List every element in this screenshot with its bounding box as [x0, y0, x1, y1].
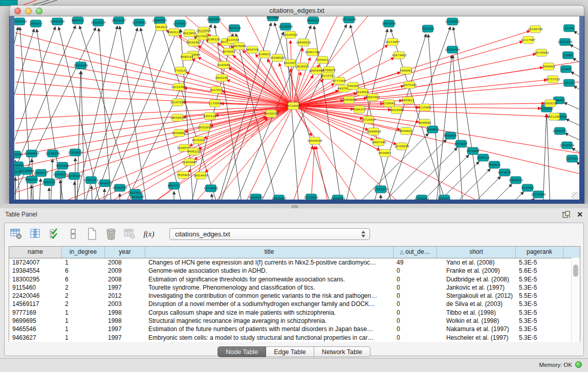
panel-splitter[interactable] [0, 204, 588, 208]
window-minimize-button[interactable] [25, 8, 32, 14]
table-row[interactable]: 1872400712008Changes of HCN gene express… [9, 258, 580, 267]
graph-node[interactable]: 16122 [564, 79, 575, 86]
graph-node[interactable]: 8905013 [26, 176, 38, 183]
graph-node[interactable]: 12217987 [521, 36, 536, 43]
graph-node[interactable]: 10435607 [272, 195, 287, 200]
graph-node[interactable]: 15155962 [304, 194, 318, 200]
delete-table-button[interactable] [123, 227, 137, 240]
graph-node[interactable]: 15692971 [553, 127, 568, 135]
network-window-titlebar[interactable]: citations_edges.txt [9, 5, 584, 16]
graph-node[interactable]: 12325419 [283, 31, 298, 38]
graph-node[interactable]: 746266 [347, 82, 359, 90]
graph-node[interactable]: 16033809 [207, 16, 222, 23]
graph-node[interactable]: 10807487 [365, 94, 380, 101]
graph-node[interactable]: 7857224 [228, 25, 241, 32]
graph-node[interactable]: 9699695 [419, 119, 431, 126]
graph-node[interactable]: 10688609 [366, 128, 381, 135]
table-row[interactable]: 911546021997Tourette syndrome. Phenomeno… [9, 283, 580, 292]
table-row[interactable]: 1830029562008Estimation of significance … [9, 275, 580, 283]
graph-node[interactable]: 17157276 [374, 186, 388, 193]
graph-node[interactable]: 8860128 [168, 29, 181, 36]
column-header-name[interactable]: name [9, 247, 62, 258]
delete-column-button[interactable] [104, 227, 118, 240]
network-canvas[interactable]: 2055374624055723069140694665111643822410… [14, 16, 579, 200]
graph-node[interactable]: 2803144 [215, 74, 228, 81]
graph-node[interactable]: 11548708 [528, 26, 543, 33]
graph-node[interactable]: 19659247 [130, 193, 145, 200]
graph-node[interactable]: 7463822 [155, 24, 168, 31]
graph-node[interactable]: 15720407 [361, 116, 376, 123]
graph-node[interactable]: 19218506 [278, 23, 293, 30]
graph-node[interactable]: 8454749 [246, 46, 259, 53]
graph-node[interactable]: 10958107 [98, 180, 113, 187]
graph-node[interactable]: 6216043 [383, 100, 396, 107]
graph-node[interactable]: 11903948 [182, 159, 197, 166]
graph-node[interactable]: 1640954 [426, 126, 439, 133]
select-all-button[interactable] [48, 227, 61, 240]
graph-node[interactable]: 2718126 [175, 67, 187, 74]
graph-node[interactable]: 9463627 [402, 97, 415, 104]
graph-node[interactable]: 9245652 [521, 184, 534, 191]
graph-node[interactable]: 18757515 [546, 76, 560, 83]
graph-node[interactable]: 7986372 [353, 106, 366, 113]
table-row[interactable]: 946554611997Estimation of the future num… [9, 325, 580, 333]
graph-node[interactable]: 17359928 [68, 149, 83, 156]
graph-node[interactable]: 15588520 [270, 54, 285, 61]
scrollbar-thumb[interactable] [573, 265, 578, 277]
graph-node[interactable]: 15751074 [558, 38, 573, 46]
graph-node[interactable]: 16671585 [382, 20, 397, 27]
graph-node[interactable]: 18807249 [372, 139, 386, 146]
graph-node[interactable]: 9634067 [379, 149, 391, 157]
graph-node[interactable]: 18640910 [296, 39, 311, 46]
graph-node[interactable]: 16438224 [91, 19, 106, 26]
graph-node[interactable]: 19904448 [309, 67, 324, 74]
graph-node[interactable]: 17343 [561, 65, 572, 73]
graph-node[interactable]: 10025488 [389, 106, 404, 114]
graph-node[interactable]: 7485063 [400, 67, 412, 74]
tab-edge-table[interactable]: Edge Table [266, 346, 314, 357]
graph-node[interactable]: 10756928 [395, 143, 409, 150]
table-selector-dropdown[interactable]: citations_edges.txt [169, 228, 370, 240]
graph-node[interactable]: 2405572 [30, 20, 42, 27]
graph-node[interactable]: 7484063 [542, 63, 555, 70]
graph-node[interactable]: 22060858 [153, 17, 167, 24]
function-builder-button[interactable]: f(x) [142, 227, 156, 240]
graph-node[interactable]: 11124 [564, 25, 575, 32]
graph-node[interactable]: 9146821 [258, 51, 271, 58]
graph-node[interactable]: 9115460 [419, 104, 431, 111]
graph-node[interactable]: 9890143 [181, 53, 193, 60]
graph-node[interactable]: 13942737 [34, 169, 49, 177]
graph-node[interactable]: 9466511 [72, 17, 84, 24]
graph-node[interactable]: 10719185 [342, 16, 357, 23]
graph-node[interactable]: 18107554 [170, 99, 185, 106]
graph-node[interactable]: 9242848 [217, 61, 230, 69]
graph-node[interactable]: 12505185 [67, 172, 82, 180]
table-row[interactable]: 2242004622012Investigating the contribut… [9, 292, 580, 300]
column-header-short[interactable]: short [437, 247, 516, 258]
graph-node[interactable]: 7625402 [177, 171, 190, 179]
graph-node[interactable]: 20364456 [342, 96, 357, 103]
graph-node[interactable]: 5905135 [43, 179, 56, 186]
graph-node[interactable]: 12213967 [385, 38, 400, 46]
graph-node[interactable]: 10973493 [392, 52, 407, 59]
graph-node[interactable]: 17016504 [560, 142, 575, 149]
graph-node[interactable]: 11156869 [19, 167, 34, 174]
graph-node[interactable]: 11451914 [53, 171, 68, 178]
graph-node[interactable]: 1624554 [356, 89, 369, 96]
graph-node[interactable]: 12754017 [173, 20, 188, 27]
table-options-button[interactable] [10, 227, 23, 240]
graph-node[interactable]: 6466162 [307, 17, 320, 24]
graph-node[interactable]: 18300295 [264, 110, 279, 117]
graph-node[interactable]: 9474444 [467, 147, 480, 155]
graph-node[interactable]: 15276012 [132, 19, 146, 26]
graph-node[interactable]: 10159482 [445, 18, 460, 25]
graph-node[interactable]: 20206576 [46, 150, 60, 157]
graph-node[interactable]: 13626015 [295, 63, 310, 70]
graph-node[interactable]: 9245072 [438, 195, 451, 200]
graph-hub-node[interactable]: 18724007 [286, 102, 301, 110]
graph-node[interactable]: 19734943 [534, 49, 549, 56]
float-panel-icon[interactable] [562, 211, 570, 218]
graph-node[interactable]: 15718485 [204, 185, 219, 192]
new-column-button[interactable] [85, 227, 99, 240]
column-header-pagerank[interactable]: pagerank [516, 247, 563, 258]
